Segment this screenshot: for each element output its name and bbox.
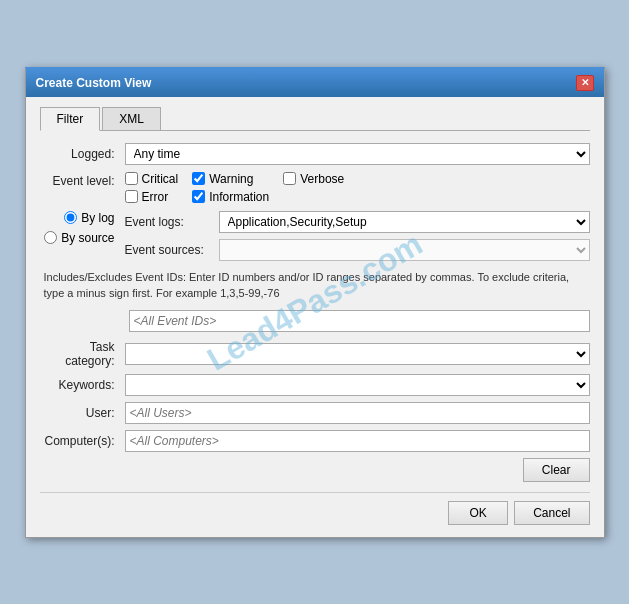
user-label: User:: [40, 406, 125, 420]
dialog-body: Filter XML Logged: Any time Last hour La…: [26, 97, 604, 537]
event-ids-row: [40, 310, 590, 332]
verbose-label: Verbose: [300, 172, 344, 186]
warning-label: Warning: [209, 172, 253, 186]
warning-checkbox-item: Warning: [192, 172, 269, 186]
error-checkbox-item: Error: [125, 190, 179, 204]
task-category-row: Task category:: [40, 340, 590, 368]
error-checkbox[interactable]: [125, 190, 138, 203]
user-row: User:: [40, 402, 590, 424]
by-log-label: By log: [81, 211, 114, 225]
event-sources-row: Event sources:: [125, 239, 590, 261]
radio-fields: Event logs: Application,Security,Setup E…: [125, 211, 590, 261]
logged-row: Logged: Any time Last hour Last 12 hours…: [40, 143, 590, 165]
event-sources-select[interactable]: [219, 239, 590, 261]
critical-checkbox-item: Critical: [125, 172, 179, 186]
dialog-buttons: OK Cancel: [40, 492, 590, 525]
logged-control: Any time Last hour Last 12 hours Last 24…: [125, 143, 590, 165]
dialog-window: Create Custom View ✕ Filter XML Logged: …: [25, 67, 605, 538]
event-ids-input[interactable]: [129, 310, 590, 332]
by-log-radio-item[interactable]: By log: [64, 211, 114, 225]
clear-button[interactable]: Clear: [523, 458, 590, 482]
by-source-label: By source: [61, 231, 114, 245]
computer-row: Computer(s):: [40, 430, 590, 452]
log-source-section: By log By source Event logs: Application…: [40, 211, 590, 261]
keywords-label: Keywords:: [40, 378, 125, 392]
radio-col: By log By source: [40, 211, 125, 261]
event-logs-label: Event logs:: [125, 215, 213, 229]
close-button[interactable]: ✕: [576, 75, 594, 91]
task-category-select[interactable]: [125, 343, 590, 365]
logged-label: Logged:: [40, 147, 125, 161]
critical-label: Critical: [142, 172, 179, 186]
tab-xml[interactable]: XML: [102, 107, 161, 130]
description-text: Includes/Excludes Event IDs: Enter ID nu…: [40, 269, 590, 302]
user-input[interactable]: [125, 402, 590, 424]
task-category-control: [125, 343, 590, 365]
by-log-radio[interactable]: [64, 211, 77, 224]
verbose-checkbox[interactable]: [283, 172, 296, 185]
user-control: [125, 402, 590, 424]
verbose-checkbox-item: Verbose: [283, 172, 344, 186]
keywords-select[interactable]: [125, 374, 590, 396]
tab-filter[interactable]: Filter: [40, 107, 101, 131]
event-level-row: Event level: Critical Warning Verbose: [40, 172, 590, 204]
information-label: Information: [209, 190, 269, 204]
title-bar: Create Custom View ✕: [26, 69, 604, 97]
by-source-radio-item[interactable]: By source: [44, 231, 114, 245]
by-source-radio[interactable]: [44, 231, 57, 244]
cancel-button[interactable]: Cancel: [514, 501, 589, 525]
warning-checkbox[interactable]: [192, 172, 205, 185]
computer-label: Computer(s):: [40, 434, 125, 448]
keywords-row: Keywords:: [40, 374, 590, 396]
information-checkbox-item: Information: [192, 190, 269, 204]
event-sources-label: Event sources:: [125, 243, 213, 257]
error-label: Error: [142, 190, 169, 204]
ok-button[interactable]: OK: [448, 501, 508, 525]
create-custom-view-dialog: Create Custom View ✕ Filter XML Logged: …: [25, 67, 605, 538]
keywords-control: [125, 374, 590, 396]
tabs-container: Filter XML: [40, 107, 590, 131]
information-checkbox[interactable]: [192, 190, 205, 203]
event-logs-select[interactable]: Application,Security,Setup: [219, 211, 590, 233]
task-category-label: Task category:: [40, 340, 125, 368]
computer-input[interactable]: [125, 430, 590, 452]
event-logs-row: Event logs: Application,Security,Setup: [125, 211, 590, 233]
computer-control: [125, 430, 590, 452]
dialog-title: Create Custom View: [36, 76, 152, 90]
title-bar-controls: ✕: [576, 75, 594, 91]
event-level-checkboxes: Critical Warning Verbose Error: [125, 172, 345, 204]
clear-row: Clear: [40, 458, 590, 482]
logged-select[interactable]: Any time Last hour Last 12 hours Last 24…: [125, 143, 590, 165]
event-level-label: Event level:: [40, 172, 125, 188]
critical-checkbox[interactable]: [125, 172, 138, 185]
